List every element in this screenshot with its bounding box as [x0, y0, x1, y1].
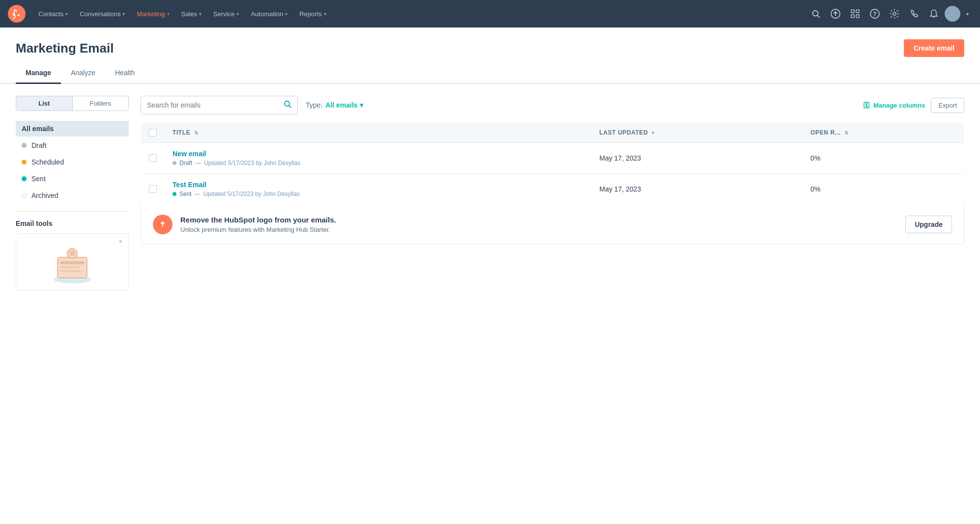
nav-automation-chevron: ▾: [285, 11, 288, 17]
nav-reports-chevron: ▾: [324, 11, 326, 17]
select-all-checkbox[interactable]: [149, 129, 157, 137]
search-input[interactable]: [147, 101, 280, 109]
tab-analyze[interactable]: Analyze: [61, 63, 105, 84]
row2-rate-cell: 0%: [803, 174, 964, 205]
tab-health[interactable]: Health: [105, 63, 144, 84]
nav-marketing-label: Marketing: [137, 10, 165, 18]
row1-checkbox-cell: [141, 143, 165, 174]
nav-conversations[interactable]: Conversations ▾: [75, 6, 130, 22]
scheduled-status-dot: [22, 160, 27, 165]
search-box: [141, 96, 298, 114]
list-view-button[interactable]: List: [16, 96, 73, 110]
phone-icon-btn[interactable]: [905, 5, 923, 23]
upgrade-button[interactable]: Upgrade: [905, 216, 952, 233]
top-nav: Contacts ▾ Conversations ▾ Marketing ▾ S…: [0, 0, 980, 28]
sidebar-divider: [16, 211, 129, 212]
header-last-updated[interactable]: LAST UPDATED ▾: [591, 123, 803, 143]
help-icon-btn[interactable]: ?: [866, 5, 884, 23]
folders-view-button[interactable]: Folders: [73, 96, 129, 110]
nav-service-chevron: ▾: [236, 11, 239, 17]
row1-checkbox[interactable]: [149, 154, 157, 162]
row2-meta-separator: —: [195, 191, 201, 197]
user-avatar[interactable]: [945, 6, 960, 22]
hubspot-logo[interactable]: [8, 5, 26, 23]
nav-sales-chevron: ▾: [199, 11, 202, 17]
row1-meta-separator: —: [195, 160, 201, 166]
notifications-icon-btn[interactable]: [925, 5, 943, 23]
svg-line-3: [818, 16, 820, 18]
tab-manage[interactable]: Manage: [16, 63, 61, 84]
sidebar: List Folders All emails Draft Scheduled …: [16, 96, 129, 291]
header-title[interactable]: TITLE ⇅: [165, 123, 591, 143]
sidebar-item-draft[interactable]: Draft: [16, 138, 129, 153]
main-tabs: Manage Analyze Health: [0, 63, 980, 84]
row2-date-cell: May 17, 2023: [591, 174, 803, 205]
row2-status-dot: [173, 192, 176, 196]
manage-columns-button[interactable]: Manage columns: [864, 102, 925, 109]
svg-rect-5: [851, 10, 854, 13]
sidebar-item-sent[interactable]: Sent: [16, 171, 129, 187]
header-open-rate[interactable]: OPEN R... ⇅: [803, 123, 964, 143]
nav-marketing[interactable]: Marketing ▾: [132, 6, 174, 22]
marketplace-icon-btn[interactable]: [846, 5, 864, 23]
nav-service[interactable]: Service ▾: [208, 6, 244, 22]
type-filter: Type: All emails ▾: [306, 101, 363, 109]
nav-automation[interactable]: Automation ▾: [246, 6, 292, 22]
row1-date-cell: May 17, 2023: [591, 143, 803, 174]
nav-contacts-chevron: ▾: [65, 11, 68, 17]
search-icon: [284, 100, 291, 110]
page-title: Marketing Email: [16, 41, 114, 56]
row1-status-dot: [173, 161, 176, 165]
archived-status-dot: [22, 193, 27, 198]
type-filter-value[interactable]: All emails ▾: [325, 101, 363, 109]
nav-conversations-label: Conversations: [80, 10, 120, 18]
nav-automation-label: Automation: [251, 10, 283, 18]
page-container: Marketing Email Create email Manage Anal…: [0, 28, 980, 524]
row2-status-label: Sent: [179, 191, 192, 197]
search-filter-row: Type: All emails ▾ Manage columns Ex: [141, 96, 964, 114]
row1-email-name[interactable]: New email: [173, 150, 583, 158]
search-icon-btn[interactable]: [807, 5, 825, 23]
main-content: Type: All emails ▾ Manage columns Ex: [141, 96, 964, 245]
upgrade-banner: Remove the HubSpot logo from your emails…: [141, 205, 964, 245]
title-sort-icon: ⇅: [194, 130, 199, 136]
nav-contacts-label: Contacts: [38, 10, 63, 18]
nav-reports[interactable]: Reports ▾: [294, 6, 331, 22]
email-table: TITLE ⇅ LAST UPDATED ▾ OPEN R... ⇅: [141, 122, 964, 205]
row2-meta-text: Updated 5/17/2023 by John Desyllas: [203, 191, 300, 197]
account-chevron[interactable]: ▾: [962, 5, 972, 23]
row1-status-label: Draft: [179, 160, 192, 166]
page-header: Marketing Email Create email: [0, 28, 980, 57]
export-button[interactable]: Export: [931, 98, 964, 113]
sidebar-item-scheduled[interactable]: Scheduled: [16, 154, 129, 170]
view-toggle: List Folders: [16, 96, 129, 111]
nav-marketing-chevron: ▾: [167, 11, 170, 17]
row1-rate-cell: 0%: [803, 143, 964, 174]
email-tools-image: [50, 248, 94, 284]
settings-icon-btn[interactable]: [886, 5, 903, 23]
archived-label: Archived: [31, 192, 58, 199]
nav-contacts[interactable]: Contacts ▾: [33, 6, 73, 22]
draft-label: Draft: [31, 141, 46, 149]
nav-sales-label: Sales: [181, 10, 198, 18]
create-email-button[interactable]: Create email: [904, 39, 964, 57]
row2-title-cell: Test Email Sent — Updated 5/17/2023 by J…: [165, 174, 591, 205]
svg-point-11: [893, 12, 896, 15]
upgrade-subtitle: Unlock premium features with Marketing H…: [180, 226, 897, 233]
sidebar-item-archived[interactable]: Archived: [16, 188, 129, 203]
email-tools-close-button[interactable]: ×: [116, 238, 124, 246]
row2-checkbox[interactable]: [149, 185, 157, 193]
row2-email-name[interactable]: Test Email: [173, 181, 583, 189]
sent-status-dot: [22, 176, 27, 181]
svg-rect-22: [867, 102, 869, 108]
upload-icon-btn[interactable]: [827, 5, 844, 23]
open-rate-sort-icon: ⇅: [844, 130, 849, 136]
row1-email-meta: Draft — Updated 5/17/2023 by John Desyll…: [173, 160, 583, 166]
svg-text:?: ?: [873, 11, 876, 18]
nav-sales[interactable]: Sales ▾: [176, 6, 207, 22]
type-filter-label: Type:: [306, 101, 322, 109]
table-body: New email Draft — Updated 5/17/2023 by J…: [141, 143, 964, 205]
sidebar-item-all-emails[interactable]: All emails: [16, 121, 129, 137]
upgrade-icon: [153, 215, 173, 234]
column-actions: Manage columns Export: [864, 98, 964, 113]
